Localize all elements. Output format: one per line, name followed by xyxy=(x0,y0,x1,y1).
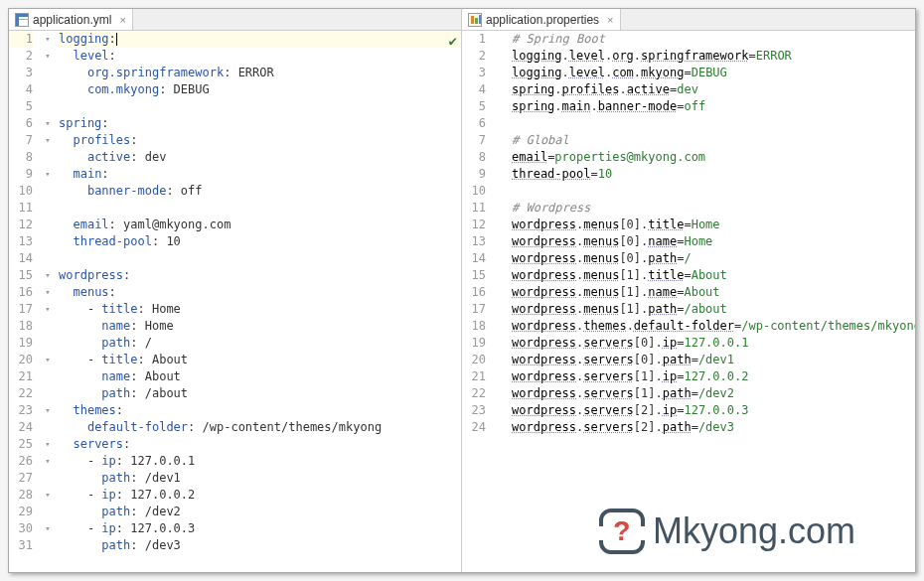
code-line[interactable]: profiles: xyxy=(59,132,461,149)
close-icon[interactable]: × xyxy=(119,14,125,26)
left-editor-pane: application.yml × ✔ 12345678910111213141… xyxy=(9,9,462,572)
code-line[interactable] xyxy=(512,115,915,132)
code-line[interactable]: spring: xyxy=(59,115,461,132)
code-line[interactable]: name: Home xyxy=(59,318,461,335)
code-line[interactable]: # Spring Boot xyxy=(512,31,915,48)
checkmark-icon: ✔ xyxy=(449,33,457,49)
code-area-yaml[interactable]: 1234567891011121314151617181920212223242… xyxy=(9,31,461,572)
right-editor-pane: application.properties × 123456789101112… xyxy=(462,9,915,572)
code-line[interactable]: wordpress.menus[1].path=/about xyxy=(512,301,915,318)
code-line[interactable]: active: dev xyxy=(59,149,461,166)
tab-label: application.properties xyxy=(486,13,599,27)
code-line[interactable]: wordpress.servers[1].ip=127.0.0.2 xyxy=(512,368,915,385)
code-line[interactable]: wordpress.servers[2].ip=127.0.0.3 xyxy=(512,402,915,419)
properties-file-icon xyxy=(468,13,482,27)
code-line[interactable]: email=properties@mkyong.com xyxy=(512,149,915,166)
code-line[interactable]: spring.main.banner-mode=off xyxy=(512,98,915,115)
code-line[interactable]: thread-pool: 10 xyxy=(59,233,461,250)
code-line[interactable]: - ip: 127.0.0.3 xyxy=(59,520,461,537)
fold-column xyxy=(494,31,508,572)
code-line[interactable]: wordpress.menus[1].name=About xyxy=(512,284,915,301)
code-line[interactable] xyxy=(512,183,915,200)
tab-label: application.yml xyxy=(33,13,111,27)
close-icon[interactable]: × xyxy=(607,14,613,26)
tab-bar-right: application.properties × xyxy=(462,9,915,31)
code-line[interactable]: # Global xyxy=(512,132,915,149)
code-line[interactable]: wordpress.servers[1].path=/dev2 xyxy=(512,385,915,402)
code-line[interactable]: logging: xyxy=(59,31,461,48)
code-line[interactable]: menus: xyxy=(59,284,461,301)
fold-column[interactable]: ▾▾▾▾▾▾▾▾▾▾▾▾▾▾ xyxy=(41,31,55,572)
code-line[interactable]: path: /dev2 xyxy=(59,504,461,520)
gutter-right: 123456789101112131415161718192021222324 xyxy=(462,31,494,572)
code-line[interactable]: banner-mode: off xyxy=(59,183,461,200)
code-line[interactable]: wordpress.menus[0].title=Home xyxy=(512,217,915,233)
code-line[interactable]: themes: xyxy=(59,402,461,419)
code-line[interactable]: - title: About xyxy=(59,352,461,368)
code-line[interactable]: - ip: 127.0.0.1 xyxy=(59,453,461,470)
code-line[interactable] xyxy=(59,200,461,217)
gutter-left: 1234567891011121314151617181920212223242… xyxy=(9,31,41,572)
editor-window: application.yml × ✔ 12345678910111213141… xyxy=(8,8,916,573)
code-line[interactable]: thread-pool=10 xyxy=(512,166,915,183)
code-line[interactable]: wordpress: xyxy=(59,267,461,284)
yaml-file-icon xyxy=(15,13,29,27)
tab-application-yml[interactable]: application.yml × xyxy=(9,9,133,30)
code-line[interactable]: com.mkyong: DEBUG xyxy=(59,81,461,98)
code-line[interactable]: default-folder: /wp-content/themes/mkyon… xyxy=(59,419,461,436)
code-line[interactable]: path: /dev3 xyxy=(59,537,461,554)
code-line[interactable]: main: xyxy=(59,166,461,183)
code-line[interactable]: level: xyxy=(59,48,461,65)
code-line[interactable]: wordpress.menus[0].path=/ xyxy=(512,250,915,267)
code-lines-properties[interactable]: # Spring Bootlogging.level.org.springfra… xyxy=(508,31,915,572)
code-line[interactable] xyxy=(59,250,461,267)
code-line[interactable]: wordpress.themes.default-folder=/wp-cont… xyxy=(512,318,915,335)
code-line[interactable]: wordpress.menus[0].name=Home xyxy=(512,233,915,250)
code-line[interactable]: servers: xyxy=(59,436,461,453)
code-lines-yaml[interactable]: logging: level: org.springframework: ERR… xyxy=(55,31,461,572)
code-line[interactable]: # Wordpress xyxy=(512,200,915,217)
code-line[interactable]: wordpress.servers[2].path=/dev3 xyxy=(512,419,915,436)
code-line[interactable]: path: /about xyxy=(59,385,461,402)
code-line[interactable]: path: / xyxy=(59,335,461,352)
tab-application-properties[interactable]: application.properties × xyxy=(462,9,621,30)
code-line[interactable]: logging.level.org.springframework=ERROR xyxy=(512,48,915,65)
code-line[interactable]: wordpress.servers[0].path=/dev1 xyxy=(512,352,915,368)
tab-bar-left: application.yml × xyxy=(9,9,461,31)
code-line[interactable]: name: About xyxy=(59,368,461,385)
code-line[interactable]: spring.profiles.active=dev xyxy=(512,81,915,98)
code-line[interactable]: - ip: 127.0.0.2 xyxy=(59,487,461,504)
code-line[interactable]: logging.level.com.mkyong=DEBUG xyxy=(512,65,915,81)
code-area-properties[interactable]: 123456789101112131415161718192021222324 … xyxy=(462,31,915,572)
code-line[interactable]: wordpress.servers[0].ip=127.0.0.1 xyxy=(512,335,915,352)
code-line[interactable]: email: yaml@mkyong.com xyxy=(59,217,461,233)
code-line[interactable] xyxy=(59,98,461,115)
code-line[interactable]: org.springframework: ERROR xyxy=(59,65,461,81)
code-line[interactable]: - title: Home xyxy=(59,301,461,318)
code-line[interactable]: path: /dev1 xyxy=(59,470,461,487)
code-line[interactable]: wordpress.menus[1].title=About xyxy=(512,267,915,284)
